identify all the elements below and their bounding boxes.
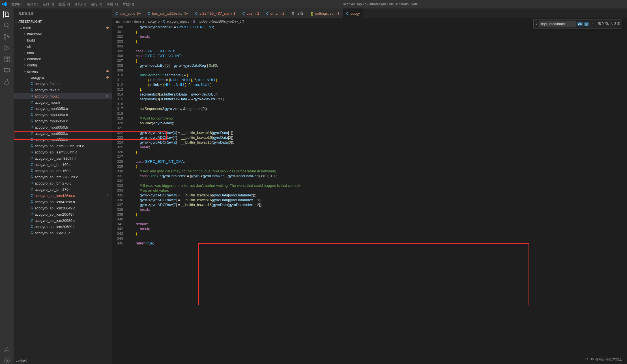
code-line[interactable]: case GYRO_EXTI_INT_DMA: xyxy=(128,159,627,164)
tree-file[interactable]: Caccgyro_fake.h xyxy=(14,87,112,93)
tree-file[interactable]: Caccgyro_spi_bmi270_init.c xyxy=(14,174,112,180)
tree-file[interactable]: Caccgyro_spi_bmi270.h xyxy=(14,186,112,192)
code-line[interactable] xyxy=(128,101,627,106)
code-line[interactable]: segments[0].u.buffers.txData = gyro->dev… xyxy=(128,92,627,97)
search-input[interactable] xyxy=(539,21,576,27)
testing-icon[interactable] xyxy=(3,79,10,85)
tree-folder[interactable]: ›blackbox xyxy=(14,31,112,37)
code-line[interactable] xyxy=(128,154,627,159)
editor-tab[interactable]: Cat32f435_437_spi.h1 xyxy=(192,8,239,18)
match-case-toggle[interactable]: Aa xyxy=(577,22,583,26)
code-line[interactable]: } xyxy=(128,29,627,34)
tree-file[interactable]: Caccgyro_spi_icm426xx.c4 xyxy=(14,192,112,199)
menu-item[interactable]: 帮助(H) xyxy=(120,1,136,8)
code-line[interactable]: break; xyxy=(128,145,627,150)
code-line[interactable]: gyro->gyroADCRaw[Y] = __builtin_bswap16(… xyxy=(128,135,627,140)
code-line[interactable]: // Wait for completion xyxy=(128,116,627,121)
tree-file[interactable]: Caccgyro_fake.c xyxy=(14,81,112,87)
menu-item[interactable]: 文件(F) xyxy=(9,1,25,8)
extensions-icon[interactable] xyxy=(3,56,10,63)
code-line[interactable]: } xyxy=(128,212,627,217)
settings-gear-icon[interactable] xyxy=(3,357,10,364)
code-line[interactable]: // Acc and gyro data may not be continuo… xyxy=(128,169,627,174)
tree-folder[interactable]: ›cms xyxy=(14,49,112,56)
accounts-icon[interactable] xyxy=(3,346,10,353)
menu-item[interactable]: 运行(R) xyxy=(89,1,105,8)
run-debug-icon[interactable] xyxy=(3,45,10,51)
breadcrumb-item[interactable]: main xyxy=(123,20,131,23)
code-line[interactable]: } xyxy=(128,231,627,236)
tree-file[interactable]: Caccgyro_mpu3050.c xyxy=(14,105,112,112)
find-widget[interactable]: › Aa ab .* 第 ? 项, 共 2 项 xyxy=(533,19,622,29)
editor-tab[interactable]: Cbus_spi.c9+ xyxy=(112,8,144,18)
timeline-section[interactable]: › 时间线 xyxy=(14,358,112,364)
code-line[interactable]: default: xyxy=(128,222,627,226)
code-line[interactable] xyxy=(128,178,627,183)
tree-file[interactable]: Caccgyro_mpu.c9+ xyxy=(14,93,112,99)
code-line[interactable]: // If read was triggered in interrupt do… xyxy=(128,183,627,188)
breadcrumb-item[interactable]: drivers xyxy=(134,20,144,23)
code-line[interactable] xyxy=(128,44,627,49)
tree-file[interactable]: Caccgyro_spi_icm20689.c xyxy=(14,217,112,224)
code-line[interactable] xyxy=(128,125,627,130)
chevron-right-icon[interactable]: › xyxy=(535,22,538,26)
menu-item[interactable]: 查看(V) xyxy=(56,1,72,8)
breadcrumb-item[interactable]: C accgyro_mpu.c xyxy=(163,20,189,23)
tree-file[interactable]: Caccgyro_mpu.h xyxy=(14,99,112,105)
code-line[interactable]: }; xyxy=(128,87,627,92)
editor-tab[interactable]: Caccgy xyxy=(343,8,364,18)
remote-icon[interactable] xyxy=(3,67,10,74)
menu-item[interactable]: 选择(S) xyxy=(40,1,56,8)
code-line[interactable] xyxy=(128,68,627,73)
project-header[interactable]: ⌄ ATBETAFLIGHT xyxy=(14,18,112,25)
code-line[interactable]: {.u.buffers = {NULL, NULL}, 7, true, NUL… xyxy=(128,77,627,82)
code-line[interactable]: {.u.link = {NULL, NULL}, 0, true, NULL}, xyxy=(128,82,627,87)
tree-file[interactable]: Caccgyro_spi_bmi270.c xyxy=(14,180,112,186)
tree-file[interactable]: Caccgyro_spi_icm20689.h xyxy=(14,224,112,230)
tree-folder[interactable]: ⌄accgyro xyxy=(14,74,112,81)
code-line[interactable]: gyro->gyroADCRaw[Z] = __builtin_bswap16(… xyxy=(128,202,627,207)
code-line[interactable]: spiSequence(&gyro->dev, &segments[0]); xyxy=(128,106,627,111)
code-line[interactable]: break; xyxy=(128,34,627,39)
editor-tab[interactable]: {}settings.json4 xyxy=(307,8,343,18)
match-word-toggle[interactable]: ab xyxy=(584,22,589,26)
regex-toggle[interactable]: .* xyxy=(591,22,595,26)
menu-item[interactable]: 终端(T) xyxy=(104,1,120,8)
code-line[interactable]: gyro->gyroADCRaw[X] = __builtin_bswap16(… xyxy=(128,193,627,198)
tree-file[interactable]: Caccgyro_mpu6500.h xyxy=(14,136,112,143)
code-line[interactable]: spiWait(&gyro->dev); xyxy=(128,121,627,125)
code-line[interactable]: case GYRO_EXTI_INIT: xyxy=(128,49,627,53)
tree-file[interactable]: Caccgyro_spi_asm330lhh.c xyxy=(14,149,112,155)
menu-item[interactable]: 转到(G) xyxy=(72,1,88,8)
code-line[interactable]: break; xyxy=(128,226,627,231)
tree-file[interactable]: Caccgyro_mpu6050.h xyxy=(14,124,112,130)
code-line[interactable] xyxy=(128,111,627,116)
code-line[interactable]: const uint8_t gyroDataIndex = ((gyro->gy… xyxy=(128,174,627,178)
breadcrumb-item[interactable]: ⊕ mpuGyroReadSPI(gyroDev_t *) xyxy=(193,20,244,23)
editor-tab[interactable]: Cbus_spi_at32bsp.c9+ xyxy=(144,8,192,18)
editor-tab[interactable]: Cdma.h1 xyxy=(263,8,288,18)
tree-file[interactable]: Caccgyro_spi_bmi160.c xyxy=(14,161,112,168)
code-line[interactable]: // up an old value. xyxy=(128,188,627,193)
code-line[interactable]: case GYRO_EXTI_NO_INT: xyxy=(128,53,627,58)
code-line[interactable]: gyro->gyroADCRaw[Y] = __builtin_bswap16(… xyxy=(128,198,627,202)
code-line[interactable]: segments[0].u.buffers.rxData = &gyro->de… xyxy=(128,97,627,101)
tree-file[interactable]: Caccgyro_spi_icm20649.h xyxy=(14,211,112,217)
code-line[interactable] xyxy=(128,236,627,241)
search-icon[interactable] xyxy=(3,22,10,29)
code-line[interactable]: gyro->gyroADCRaw[Z] = __builtin_bswap16(… xyxy=(128,140,627,145)
tree-folder[interactable]: ›config xyxy=(14,62,112,68)
code-line[interactable]: busSegment_t segments[] = { xyxy=(128,73,627,77)
tree-folder[interactable]: ⌄main xyxy=(14,25,112,31)
tree-file[interactable]: Caccgyro_spi_asm330lhh_init.c xyxy=(14,143,112,149)
editor-tab[interactable]: Cbus.h2 xyxy=(239,8,263,18)
tree-file[interactable]: Caccgyro_spi_bmi160.h xyxy=(14,168,112,174)
menu-item[interactable]: 编辑(E) xyxy=(25,1,40,8)
more-actions-icon[interactable]: ⋯ xyxy=(104,12,108,15)
breadcrumb-item[interactable]: accgyro xyxy=(148,20,160,23)
tree-folder[interactable]: ⌄drivers xyxy=(14,68,112,74)
source-control-icon[interactable] xyxy=(3,33,10,40)
code-line[interactable] xyxy=(128,217,627,222)
tree-file[interactable]: Caccgyro_spi_asm330lhh.h xyxy=(14,155,112,161)
tree-file[interactable]: Caccgyro_spi_l3gd20.c xyxy=(14,230,112,236)
